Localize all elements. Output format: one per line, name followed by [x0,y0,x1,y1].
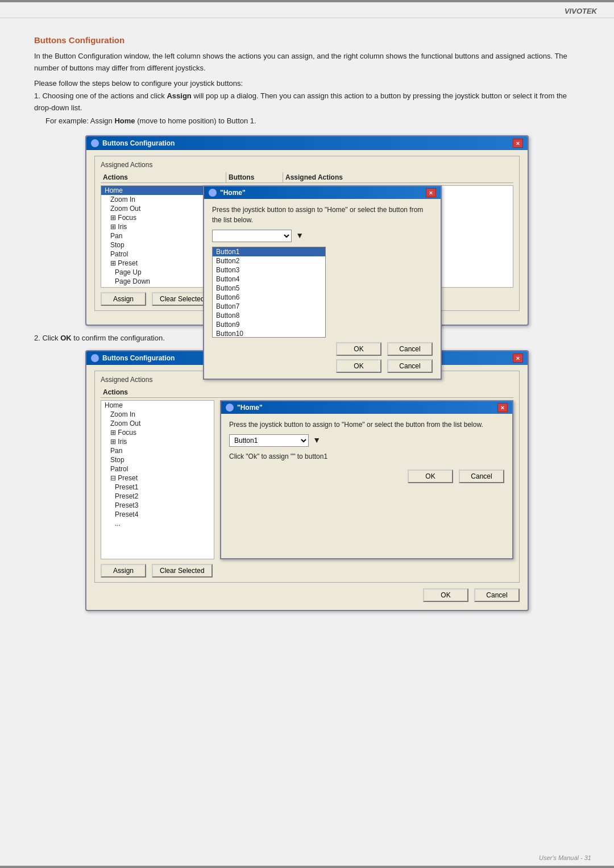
list-item[interactable]: Button7 [213,302,325,311]
list-item[interactable]: ⊞ Iris [101,437,214,446]
list-item[interactable]: Home [101,401,214,410]
subdialog1-cancel-button[interactable]: Cancel [387,342,433,356]
list-item[interactable]: Stop [101,455,214,464]
list-item[interactable]: Preset1 [101,483,214,492]
subdialog2-title-label: "Home" [237,404,263,412]
dialog2-close-button[interactable]: × [513,354,523,363]
dialog1-close-button[interactable]: × [513,139,523,148]
dialog1-assign-button[interactable]: Assign [101,292,146,306]
list-item[interactable]: Preset4 [101,510,214,519]
col-actions-header: Actions [101,172,226,182]
list-item[interactable]: Preset2 [101,492,214,501]
intro-text: In the Button Configuration window, the … [34,51,580,74]
subdialog1-titlebar: "Home" × [204,186,441,199]
list-item[interactable]: ⊞ Focus [101,428,214,437]
subdialog2-button-dropdown[interactable]: Button1 [229,434,309,447]
dialog1-title-left: Buttons Configuration [91,139,175,147]
list-item[interactable]: Button9 [213,320,325,329]
dropdown2-arrow-icon: ▼ [313,435,321,445]
list-item[interactable]: Button6 [213,293,325,302]
dialog1-group-label: Assigned Actions [101,161,513,169]
list-item[interactable]: Patrol [101,464,214,474]
dialog2-col-actions-header: Actions [101,387,214,397]
subdialog1-text: Press the joystick button to assign to "… [212,205,433,225]
subdialog2: "Home" × Press the joystick button to as… [220,400,513,559]
subdialog2-ok-cancel-row: OK Cancel [229,470,504,483]
dialog2-assign-button[interactable]: Assign [101,564,146,578]
step1-example: For example: Assign Home (move to home p… [45,115,580,127]
subdialog1-title-left: "Home" [209,189,246,197]
dialog2-title-label: Buttons Configuration [102,354,175,362]
subdialog1-cancel2-button[interactable]: Cancel [387,359,433,373]
dialog1-title-label: Buttons Configuration [102,139,175,147]
list-item[interactable]: ⊟ Preset [101,474,214,483]
step2-prefix: 2. Click [34,334,60,342]
step1-text: 1. Choosing one of the actions and click… [34,90,580,114]
list-item[interactable]: Button3 [213,265,325,275]
list-item[interactable]: Zoom In [101,410,214,419]
subdialog2-title-left: "Home" [226,404,263,412]
list-item[interactable]: Button4 [213,275,325,284]
list-item[interactable]: Zoom Out [101,419,214,428]
subdialog2-body: Press the joystick button to assign to "… [221,414,512,489]
steps-prefix: Please follow the steps below to configu… [34,78,580,90]
list-item[interactable]: Pan [101,446,214,455]
subdialog1: "Home" × Press the joystick button to as… [203,185,442,380]
dialog2-ok-button[interactable]: OK [423,588,468,602]
subdialog1-button-dropdown[interactable] [212,230,292,242]
step1-assign-bold: Assign [167,92,191,100]
subdialog1-title-label: "Home" [220,189,246,197]
dialog2-main: Home Zoom In Zoom Out ⊞ Focus ⊞ Iris Pan… [101,400,513,559]
subdialog1-ok-button[interactable]: OK [336,342,381,356]
page-footer: User's Manual - 31 [539,854,591,861]
list-item[interactable]: Button10 [213,329,325,338]
dialog1-columns: Home Zoom In Zoom Out ⊞ Focus ⊞ Iris Pan… [101,185,513,288]
dialog1-wrapper: Buttons Configuration × Assigned Actions… [85,135,529,326]
dialog2-wrapper: Buttons Configuration × Assigned Actions… [85,350,529,611]
list-item[interactable]: Preset3 [101,501,214,510]
dialog1-body: Assigned Actions Actions Buttons Assigne… [86,150,528,325]
dialog1-table-header: Actions Buttons Assigned Actions [101,172,513,183]
step2-ok-bold: OK [60,334,72,342]
section-title: Buttons Configuration [34,35,580,45]
step2-rest: to confirm the configuration. [72,334,165,342]
list-item[interactable]: Button5 [213,284,325,293]
list-item[interactable]: Button2 [213,256,325,265]
subdialog1-ok2-button[interactable]: OK [336,359,381,373]
dialog2-action-buttons: Assign Clear Selected [101,564,513,578]
step1-example-rest: (move to home position) to Button 1. [135,117,256,125]
col-buttons-header: Buttons [226,172,283,182]
subdialog1-body: Press the joystick button to assign to "… [204,199,441,379]
subdialog1-button-list[interactable]: Button1 Button2 Button3 Button4 Button5 … [212,247,326,338]
dialog2: Buttons Configuration × Assigned Actions… [85,350,529,611]
subdialog1-ok-cancel-row1: OK Cancel [212,342,433,356]
list-item[interactable]: Button1 [213,247,325,256]
list-item[interactable]: ... [101,519,214,528]
dialog2-group: Assigned Actions Actions Home Zoom In Zo… [94,371,520,583]
subdialog2-info-text: Click "Ok" to assign "" to button1 [229,451,504,462]
subdialog2-ok-button[interactable]: OK [408,470,453,483]
col-assigned-header: Assigned Actions [283,172,513,182]
dialog2-title-icon [91,354,99,362]
subdialog1-icon [209,189,217,197]
subdialog2-icon [226,404,234,412]
dropdown-arrow-icon: ▼ [296,231,304,240]
step1-example-prefix: For example: Assign [45,117,114,125]
dialog2-cancel-button[interactable]: Cancel [474,588,520,602]
subdialog1-close-button[interactable]: × [426,188,436,197]
header: VIVOTEK [0,2,614,18]
list-item[interactable]: Button8 [213,311,325,320]
dialog2-col-header: Actions [101,387,513,398]
subdialog2-text: Press the joystick button to assign to "… [229,420,504,430]
step1-prefix: 1. Choosing one of the actions and click [34,92,167,100]
subdialog2-close-button[interactable]: × [497,403,508,412]
page-border-bottom [0,866,614,868]
dialog2-footer-buttons: OK Cancel [94,588,520,602]
step1-home-bold: Home [114,117,135,125]
dialog2-clear-button[interactable]: Clear Selected [152,564,213,578]
subdialog2-cancel-button[interactable]: Cancel [459,470,504,483]
dialog2-actions-list[interactable]: Home Zoom In Zoom Out ⊞ Focus ⊞ Iris Pan… [101,400,214,559]
subdialog1-ok-cancel-row2: OK Cancel [212,359,433,373]
dialog1: Buttons Configuration × Assigned Actions… [85,135,529,326]
dialog1-titlebar: Buttons Configuration × [86,136,528,150]
